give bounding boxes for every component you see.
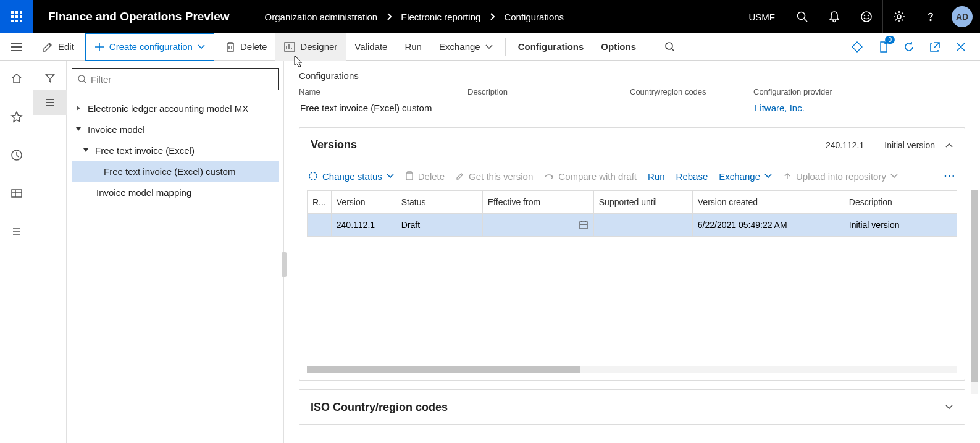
- cell-created[interactable]: 6/22/2021 05:49:22 AM: [692, 214, 844, 237]
- filter-field[interactable]: [72, 68, 279, 90]
- cell-eff-from[interactable]: [482, 214, 593, 237]
- rail-recent[interactable]: [0, 143, 33, 167]
- versions-header[interactable]: Versions 240.112.1 Initial version: [299, 128, 965, 162]
- refresh-button[interactable]: [896, 33, 922, 61]
- nav-toggle-button[interactable]: [0, 33, 33, 61]
- user-avatar[interactable]: AD: [952, 6, 973, 27]
- more-actions-button[interactable]: ···: [944, 171, 956, 182]
- version-run-label: Run: [648, 171, 665, 182]
- help-button[interactable]: [915, 0, 947, 33]
- cell-r[interactable]: [308, 214, 332, 237]
- versions-title: Versions: [311, 138, 357, 151]
- clock-icon: [10, 149, 23, 161]
- expand-button[interactable]: [945, 402, 953, 412]
- top-header: Finance and Operations Preview Organizat…: [0, 0, 980, 33]
- rail-modules[interactable]: [0, 220, 33, 243]
- name-value[interactable]: Free text invoice (Excel) custom: [299, 100, 450, 117]
- upload-button[interactable]: Upload into repository: [783, 171, 898, 182]
- designer-button[interactable]: Designer: [275, 33, 346, 61]
- configurations-tab[interactable]: Configurations: [509, 33, 593, 61]
- col-eff-from[interactable]: Effective from: [482, 191, 593, 214]
- rail-favorites[interactable]: [0, 105, 33, 129]
- side-filter-column: [33, 61, 67, 443]
- svg-rect-5: [20, 15, 22, 18]
- rail-home[interactable]: [0, 67, 33, 90]
- filter-input[interactable]: [87, 74, 273, 85]
- version-run-button[interactable]: Run: [648, 171, 665, 182]
- compare-button[interactable]: Compare with draft: [544, 171, 637, 182]
- grid-hscroll[interactable]: [307, 366, 957, 373]
- vscroll-thumb[interactable]: [971, 190, 978, 382]
- cell-status[interactable]: Draft: [396, 214, 482, 237]
- field-description: Description: [467, 87, 613, 117]
- rail-workspaces[interactable]: [0, 182, 33, 205]
- svg-rect-7: [15, 20, 18, 22]
- delete-button[interactable]: Delete: [217, 33, 275, 61]
- create-configuration-button[interactable]: Create configuration: [85, 33, 214, 61]
- tree-node-invoice-model-mapping[interactable]: Invoice model mapping: [72, 182, 279, 203]
- tree-node-fti-excel[interactable]: Free text invoice (Excel): [72, 140, 279, 161]
- tree-node-ledger-mx[interactable]: Electronic ledger accounting model MX: [72, 98, 279, 119]
- search-button[interactable]: [786, 0, 818, 33]
- edit-icon: [456, 172, 464, 180]
- validate-button[interactable]: Validate: [346, 33, 396, 61]
- desc-value[interactable]: [467, 100, 613, 116]
- cell-desc[interactable]: Initial version: [844, 214, 957, 237]
- exchange-button[interactable]: Exchange: [430, 33, 501, 61]
- col-r[interactable]: R...: [308, 191, 332, 214]
- ctry-value[interactable]: [630, 100, 736, 116]
- svg-point-14: [930, 20, 931, 21]
- col-supp-until[interactable]: Supported until: [593, 191, 692, 214]
- home-icon: [10, 72, 23, 85]
- svg-point-13: [897, 15, 901, 19]
- col-version[interactable]: Version: [331, 191, 396, 214]
- action-search-button[interactable]: [657, 33, 683, 61]
- settings-button[interactable]: [882, 0, 915, 33]
- notifications-button[interactable]: [818, 0, 850, 33]
- close-button[interactable]: [948, 33, 974, 61]
- breadcrumb-org-admin[interactable]: Organization administration: [265, 12, 378, 22]
- feedback-button[interactable]: [850, 0, 882, 33]
- chevron-down-icon: [198, 44, 205, 49]
- change-status-button[interactable]: Change status: [308, 171, 394, 182]
- rebase-button[interactable]: Rebase: [676, 171, 708, 182]
- app-launcher-button[interactable]: [0, 0, 33, 33]
- version-delete-button[interactable]: Delete: [405, 171, 445, 182]
- table-row[interactable]: 240.112.1 Draft 6/22/2021 05:49:22 AM In…: [308, 214, 957, 237]
- version-exchange-button[interactable]: Exchange: [719, 171, 772, 182]
- popout-button[interactable]: [922, 33, 948, 61]
- col-desc[interactable]: Description: [844, 191, 957, 214]
- options-tab[interactable]: Options: [592, 33, 645, 61]
- edit-button[interactable]: Edit: [33, 33, 83, 61]
- breadcrumb-electronic-reporting[interactable]: Electronic reporting: [401, 12, 480, 22]
- calendar-icon[interactable]: [579, 220, 588, 230]
- trash-icon: [405, 171, 414, 181]
- company-code[interactable]: USMF: [738, 12, 787, 22]
- separator: [874, 138, 874, 152]
- breadcrumb-configurations[interactable]: Configurations: [504, 12, 564, 22]
- tree-node-invoice-model[interactable]: Invoice model: [72, 119, 279, 140]
- list-view-button[interactable]: [33, 90, 67, 115]
- col-created[interactable]: Version created: [692, 191, 844, 214]
- chevron-down-icon: [764, 174, 772, 179]
- plus-icon: [94, 42, 104, 52]
- run-button[interactable]: Run: [396, 33, 430, 61]
- detail-vscroll[interactable]: [971, 190, 978, 394]
- compare-icon: [544, 172, 554, 180]
- change-status-label: Change status: [322, 171, 382, 182]
- cell-version[interactable]: 240.112.1: [331, 214, 396, 237]
- attachments-button[interactable]: 0: [870, 33, 896, 61]
- col-status[interactable]: Status: [396, 191, 482, 214]
- grid-empty-space: [307, 237, 957, 360]
- collapse-button[interactable]: [945, 140, 953, 150]
- tree-node-label: Invoice model: [88, 124, 145, 135]
- get-version-button[interactable]: Get this version: [456, 171, 533, 182]
- diamond-button[interactable]: [844, 33, 870, 61]
- cell-supp-until[interactable]: [593, 214, 692, 237]
- iso-header[interactable]: ISO Country/region codes: [299, 390, 965, 424]
- scroll-thumb[interactable]: [307, 366, 580, 373]
- prov-value[interactable]: Litware, Inc.: [753, 100, 905, 117]
- versions-panel: Versions 240.112.1 Initial version Chang…: [299, 127, 965, 381]
- tree-node-fti-excel-custom[interactable]: Free text invoice (Excel) custom: [72, 161, 279, 182]
- filter-funnel-button[interactable]: [33, 65, 67, 90]
